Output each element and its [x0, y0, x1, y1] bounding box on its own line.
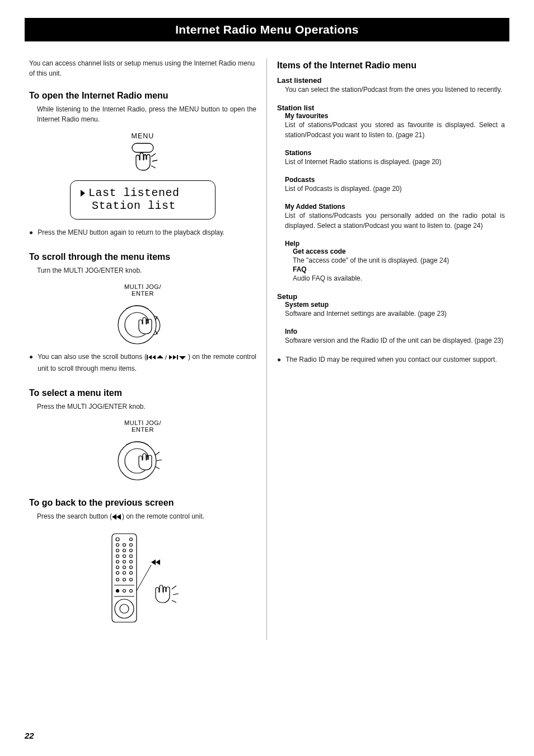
svg-point-47 — [116, 590, 119, 592]
svg-point-40 — [116, 572, 119, 575]
body-system-setup: Software and Internet settings are avail… — [285, 309, 505, 319]
svg-line-18 — [156, 460, 162, 461]
svg-point-23 — [116, 538, 119, 541]
title-my-favourites: My favourites — [285, 112, 505, 120]
svg-marker-20 — [112, 514, 116, 520]
jog-knob-figure-2: MULTI JOG/ ENTER — [29, 419, 256, 483]
svg-rect-0 — [132, 143, 153, 152]
svg-marker-14 — [179, 356, 186, 360]
jog-label-2a: MULTI JOG/ — [29, 419, 256, 426]
scroll-buttons-icon: / — [147, 353, 188, 363]
section-open-menu: To open the Internet Radio menu While li… — [29, 91, 256, 237]
item-station-list: Station list My favourites List of stati… — [277, 104, 505, 283]
heading-go-back: To go back to the previous screen — [29, 498, 256, 508]
item-my-added: My Added Stations List of stations/Podca… — [277, 203, 505, 231]
body-go-back: Press the search button () on the remote… — [29, 511, 256, 522]
svg-point-24 — [130, 538, 133, 541]
svg-point-26 — [123, 544, 126, 547]
svg-line-2 — [152, 160, 157, 161]
title-stations: Stations — [285, 149, 505, 157]
svg-line-58 — [172, 600, 176, 603]
svg-marker-53 — [156, 559, 160, 565]
svg-line-1 — [151, 153, 156, 157]
lcd-line1: Last listened — [88, 186, 180, 199]
intro-text: You can access channel lists or setup me… — [29, 58, 256, 78]
svg-point-55 — [120, 604, 129, 613]
svg-marker-12 — [173, 355, 176, 360]
svg-marker-8 — [152, 355, 156, 360]
menu-button-figure: MENU — [29, 132, 256, 176]
body-last-listened: You can select the station/Podcast from … — [277, 85, 505, 95]
section-scroll: To scroll through the menu items Turn th… — [29, 252, 256, 374]
press-hand-icon — [123, 140, 162, 176]
item-setup: Setup System setup Software and Internet… — [277, 292, 505, 346]
item-system-setup: System setup Software and Internet setti… — [277, 301, 505, 319]
jog-label-2b: ENTER — [29, 426, 256, 433]
bullet-scroll-text: You can also use the scroll buttons (/) … — [38, 352, 256, 374]
item-faq: FAQ Audio FAQ is available. — [285, 265, 505, 283]
heading-open-menu: To open the Internet Radio menu — [29, 91, 256, 101]
body-my-added: List of stations/Podcasts you personally… — [285, 211, 505, 231]
svg-line-17 — [155, 452, 160, 455]
title-my-added: My Added Stations — [285, 203, 505, 211]
triangle-right-icon — [81, 190, 85, 197]
lcd-display: Last listened Station list — [70, 180, 216, 220]
svg-point-48 — [123, 590, 126, 592]
title-podcasts: Podcasts — [285, 176, 505, 184]
svg-point-30 — [130, 549, 133, 552]
svg-point-32 — [123, 555, 126, 558]
title-get-access: Get access code — [293, 248, 505, 255]
svg-marker-11 — [169, 355, 172, 360]
bullet-radio-id-text: The Radio ID may be required when you co… — [285, 354, 497, 365]
svg-marker-7 — [148, 355, 152, 360]
svg-line-3 — [151, 166, 156, 168]
title-system-setup: System setup — [285, 301, 505, 309]
bullet-open-menu: ● Press the MENU button again to return … — [29, 227, 256, 237]
jog-label-1a: MULTI JOG/ — [29, 283, 256, 290]
svg-point-27 — [130, 544, 133, 547]
svg-point-31 — [116, 555, 119, 558]
item-help: Help Get access code The "access code" o… — [277, 240, 505, 283]
section-go-back: To go back to the previous screen Press … — [29, 498, 256, 626]
body-faq: Audio FAQ is available. — [293, 273, 505, 283]
two-column-layout: You can access channel lists or setup me… — [25, 58, 509, 640]
bullet-scroll: ● You can also use the scroll buttons (/… — [29, 352, 256, 374]
item-my-favourites: My favourites List of stations/Podcast y… — [277, 112, 505, 140]
svg-point-42 — [130, 572, 133, 575]
svg-line-51 — [137, 565, 151, 591]
page-title: Internet Radio Menu Operations — [25, 18, 509, 41]
rewind-icon — [112, 512, 122, 522]
svg-marker-9 — [157, 355, 163, 358]
svg-line-56 — [172, 586, 176, 589]
svg-point-41 — [123, 572, 126, 575]
press-knob-icon — [115, 436, 171, 483]
svg-point-29 — [123, 549, 126, 552]
heading-select: To select a menu item — [29, 388, 256, 398]
body-select: Press the MULTI JOG/ENTER knob. — [29, 402, 256, 412]
svg-point-33 — [130, 555, 133, 558]
svg-text:/: / — [165, 354, 167, 361]
title-setup: Setup — [277, 292, 505, 301]
svg-line-57 — [173, 594, 179, 595]
bullet-radio-id: ● The Radio ID may be required when you … — [277, 354, 505, 365]
svg-point-45 — [130, 578, 133, 581]
svg-point-25 — [116, 544, 119, 547]
item-stations: Stations List of Internet Radio stations… — [277, 149, 505, 167]
menu-label: MENU — [29, 132, 256, 140]
title-last-listened: Last listened — [277, 76, 505, 85]
right-column: Items of the Internet Radio menu Last li… — [267, 58, 509, 640]
bullet-dot-icon: ● — [277, 354, 281, 365]
svg-point-43 — [116, 578, 119, 581]
jog-knob-figure-1: MULTI JOG/ ENTER — [29, 283, 256, 347]
svg-point-37 — [116, 566, 119, 569]
svg-point-39 — [130, 566, 133, 569]
svg-point-34 — [116, 561, 119, 563]
svg-point-49 — [130, 590, 133, 592]
svg-rect-13 — [177, 355, 178, 360]
svg-point-38 — [123, 566, 126, 569]
body-podcasts: List of Podcasts is displayed. (page 20) — [285, 184, 505, 194]
title-help: Help — [285, 240, 505, 248]
lcd-line2: Station list — [92, 199, 176, 212]
body-scroll: Turn the MULTI JOG/ENTER knob. — [29, 265, 256, 276]
turn-knob-icon — [115, 300, 171, 347]
